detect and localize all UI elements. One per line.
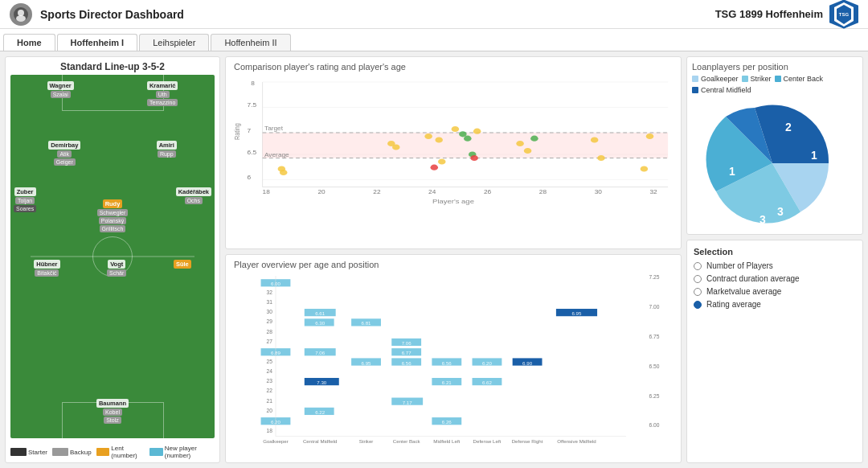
svg-text:Center Back: Center Back [393,438,421,444]
bar-label-25-4: 6.56 [442,360,452,366]
main-content: Standard Line-up 3-5-2 Wagner Szalai Kra… [0,51,868,468]
bar-label-21-3: 7.17 [403,400,413,405]
svg-text:6.50: 6.50 [649,363,660,369]
player-rupp: Rupp [158,150,176,158]
svg-text:28: 28 [539,190,547,196]
pie-legend: Goalkeeper Striker Center Back Central M… [692,75,858,94]
bar-label-23-1: 7.30 [317,380,327,385]
svg-text:18: 18 [263,190,270,196]
player-baumann: Baumann [96,399,129,408]
svg-text:6.25: 6.25 [649,393,660,399]
svg-text:Player's age: Player's age [432,198,474,205]
svg-text:TSG: TSG [839,12,850,17]
radio-marketvalue[interactable] [694,288,702,296]
legend-striker-label: Striker [751,75,772,83]
bar-label-20-1: 6.22 [315,409,326,415]
pie-label-3b: 3 [760,213,766,226]
player-demirbay: Demirbay [48,141,80,150]
svg-text:7.25: 7.25 [649,274,660,280]
nav-bar: Home Hoffenheim I Leihspieler Hoffenheim… [0,29,868,51]
legend-centralmid-label: Central Midfield [701,86,751,94]
selection-label-1: Contract duration average [706,274,800,283]
legend-new-box [149,448,163,456]
player-geiger: Geiger [54,158,76,166]
legend-centerback: Center Back [775,75,824,83]
scatter-chart-box: Comparison player's rating and player's … [225,56,682,249]
svg-text:30: 30 [266,309,272,314]
svg-text:32: 32 [650,190,657,196]
selection-item-2[interactable]: Marketvalue average [694,287,856,296]
app-logo [10,3,32,26]
bar-chart-box: Player overview per age and position 33 … [225,254,682,463]
selection-item-1[interactable]: Contract duration average [694,274,856,283]
selection-item-0[interactable]: Number of Players [694,261,856,270]
tab-hoffenheim2[interactable]: Hoffenheim II [211,34,290,51]
player-schwegler: Schwegler [97,209,129,216]
svg-point-38 [424,133,432,139]
scatter-area: 8 7.5 7 6.5 6 18 20 [234,75,673,220]
radio-number-of-players[interactable] [694,262,702,270]
scatter-svg: 8 7.5 7 6.5 6 18 20 [234,75,673,220]
svg-text:31: 31 [266,299,272,305]
svg-text:Striker: Striker [359,438,374,444]
svg-point-2 [16,15,26,22]
legend-goalkeeper-label: Goalkeeper [701,75,739,83]
svg-text:Offensive Midfield: Offensive Midfield [557,438,596,444]
radio-contract-duration[interactable] [694,275,702,283]
selection-item-3[interactable]: Rating average [694,300,856,309]
svg-text:20: 20 [317,190,325,196]
player-uth: Uth [156,91,170,98]
svg-text:18: 18 [266,428,272,433]
player-zuber: Zuber [14,187,36,196]
svg-text:22: 22 [373,190,380,196]
tab-leihspieler[interactable]: Leihspieler [139,34,209,51]
middle-panel: Comparison player's rating and player's … [225,56,682,463]
app-title: Sports Director Dashboard [40,8,184,21]
player-stolz: Stolz [104,417,121,424]
legend-centerback-label: Center Back [784,75,824,83]
tab-hoffenheim1[interactable]: Hoffenheim I [57,34,138,51]
bar-label-25-5: 6.20 [482,360,493,366]
svg-text:Goalkeeper: Goalkeeper [263,438,289,444]
player-kobel: Kobel [103,408,122,416]
pie-svg: 1 3 1 2 3 [692,99,853,228]
svg-point-48 [516,141,523,146]
radio-rating-average[interactable] [694,301,702,309]
header-left: Sports Director Dashboard [10,3,184,26]
svg-text:32: 32 [266,289,272,295]
player-terrazzino: Terrazzino [147,99,178,106]
bar-area: 33 32 31 30 29 28 27 26 25 24 23 22 21 2… [234,273,673,450]
selection-title: Selection [694,247,856,257]
svg-text:30: 30 [595,190,602,196]
svg-point-44 [464,136,471,142]
svg-text:24: 24 [266,368,272,374]
svg-point-40 [435,137,442,142]
bar-label-23-4: 6.21 [442,380,452,385]
pie-title: Loanplayers per position [692,62,858,72]
tab-home[interactable]: Home [3,34,55,51]
bar-label-29-1: 6.30 [315,320,326,326]
svg-text:6.00: 6.00 [649,422,660,428]
svg-point-42 [452,126,459,132]
bar-label-25-3: 6.56 [402,360,412,366]
player-kaderabek: Kadéřábek [176,187,211,196]
player-hubner: Hübner [34,260,59,269]
svg-point-47 [473,129,481,134]
player-bitakcic: Bitakčić [35,269,59,277]
legend-goalkeeper: Goalkeeper [692,75,739,83]
selection-label-2: Marketvalue average [706,287,781,296]
bar-label-25-6: 6.90 [522,360,533,366]
player-szalai: Szalai [51,91,71,98]
svg-text:28: 28 [266,329,272,335]
bar-label-26-1: 7.06 [315,350,326,355]
svg-text:Central Midfield: Central Midfield [303,438,338,444]
svg-text:20: 20 [266,408,272,413]
svg-point-53 [641,166,648,171]
bar-label-30-1: 6.61 [315,310,326,316]
bar-label-29-2: 6.81 [362,320,372,326]
legend-starter-box [10,448,27,456]
svg-point-41 [438,158,445,164]
legend-starter-label: Starter [28,449,47,456]
club-badge: TSG [829,0,858,29]
legend-striker-dot [742,76,748,82]
